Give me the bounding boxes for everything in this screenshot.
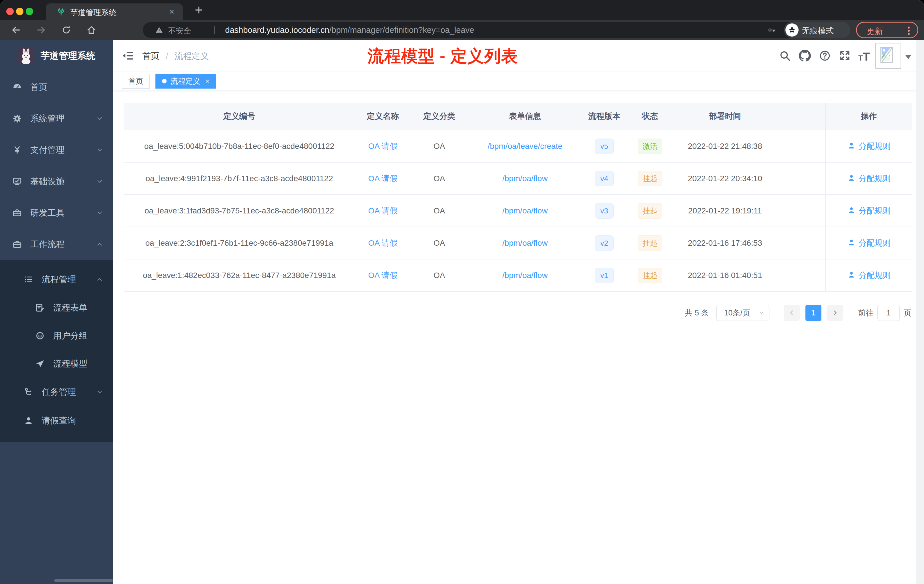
url-text[interactable]: dashboard.yudao.iocoder.cn/bpm/manager/d… (225, 25, 474, 35)
toolbox-icon (12, 208, 22, 218)
sidebar-item-label: 任务管理 (42, 386, 76, 398)
tab-close-icon[interactable]: × (169, 7, 174, 16)
assign-rule-button[interactable]: 分配规则 (847, 239, 891, 247)
status-badge: 挂起 (638, 268, 662, 283)
col-form-info: 表单信息 (467, 103, 583, 130)
forward-icon[interactable] (36, 25, 46, 35)
sidebar-item-process-model[interactable]: 流程模型 (0, 350, 113, 378)
next-page-button[interactable] (827, 305, 843, 321)
app-title: 芋道管理系统 (41, 50, 96, 62)
sidebar-logo-row[interactable]: 芋道管理系统 (0, 40, 113, 71)
version-badge[interactable]: v5 (595, 139, 614, 154)
sidebar-item-home[interactable]: 首页 (0, 71, 113, 103)
definition-name-link[interactable]: OA 请假 (368, 174, 398, 183)
window-minimize-button[interactable] (16, 8, 23, 15)
assign-rule-button[interactable]: 分配规则 (847, 142, 891, 150)
help-icon[interactable] (819, 50, 831, 62)
version-badge[interactable]: v4 (595, 171, 614, 186)
yen-icon (12, 145, 22, 155)
not-secure-warning-icon[interactable] (155, 26, 163, 34)
sidebar-scrollbar[interactable] (54, 579, 113, 582)
url-bar[interactable]: 不安全 | dashboard.yudao.iocoder.cn/bpm/man… (143, 22, 812, 38)
home-icon[interactable] (86, 25, 97, 35)
page-number-current[interactable]: 1 (805, 305, 822, 321)
tab-title: 芋道管理系统 (70, 7, 117, 18)
definition-name-link[interactable]: OA 请假 (368, 206, 398, 215)
page-size-select[interactable]: 10条/页 (716, 305, 769, 321)
form-link[interactable]: /bpm/oa/flow (502, 174, 548, 183)
cell-spacer (776, 259, 826, 292)
cell-category: OA (411, 195, 467, 227)
tag-process-definition[interactable]: 流程定义 × (155, 74, 216, 89)
cell-category: OA (411, 130, 467, 162)
browser-menu-icon[interactable] (908, 25, 910, 36)
sidebar-item-process-form[interactable]: 流程表单 (0, 294, 113, 322)
form-link[interactable]: /bpm/oa/flow (502, 239, 548, 247)
sidebar-item-workflow[interactable]: 工作流程 (0, 229, 113, 260)
definition-name-link[interactable]: OA 请假 (368, 142, 398, 150)
col-definition-category: 定义分类 (411, 103, 467, 130)
prev-page-button[interactable] (784, 305, 800, 321)
sidebar-item-infrastructure[interactable]: 基础设施 (0, 166, 113, 197)
breadcrumb-home[interactable]: 首页 (142, 51, 159, 61)
chevron-left-icon (788, 309, 795, 316)
form-link[interactable]: /bpm/oa/leave/create (488, 142, 563, 150)
password-key-icon[interactable] (767, 26, 776, 34)
sidebar-item-user-group[interactable]: 用户分组 (0, 322, 113, 350)
assign-rule-button[interactable]: 分配规则 (847, 174, 891, 183)
main-area: 首页 / 流程定义 (113, 40, 924, 584)
form-link[interactable]: /bpm/oa/flow (502, 206, 548, 215)
sidebar-item-label: 流程管理 (42, 274, 76, 285)
goto-page-input[interactable] (878, 305, 900, 321)
branch-icon (23, 387, 34, 397)
browser-tab[interactable]: 芋道管理系统 × (46, 3, 183, 20)
tag-close-icon[interactable]: × (205, 77, 210, 85)
chevron-up-icon (96, 276, 104, 283)
form-link[interactable]: /bpm/oa/flow (502, 271, 548, 280)
cell-spacer (776, 227, 826, 259)
table-header-row: 定义编号 定义名称 定义分类 表单信息 流程版本 状态 部署时间 操作 (124, 103, 912, 130)
sidebar-menu: 首页 (0, 71, 113, 442)
cell-category: OA (411, 259, 467, 292)
new-tab-button[interactable] (193, 4, 205, 16)
breadcrumb-separator: / (166, 51, 168, 61)
avatar-caret-icon[interactable] (905, 55, 911, 59)
col-deploy-time: 部署时间 (674, 103, 776, 130)
assign-rule-button[interactable]: 分配规则 (847, 271, 891, 280)
tag-home[interactable]: 首页 (122, 74, 150, 89)
sidebar-item-dev-tools[interactable]: 研发工具 (0, 197, 113, 229)
cell-category: OA (411, 162, 467, 195)
definition-name-link[interactable]: OA 请假 (368, 239, 398, 247)
browser-update-button[interactable]: 更新 (856, 22, 918, 38)
page-scrollbar[interactable] (916, 40, 924, 584)
sidebar-item-process-manage[interactable]: 流程管理 (0, 265, 113, 294)
cell-definition-id: oa_leave:4:991f2193-7b7f-11ec-a3c8-acde4… (124, 162, 354, 195)
definition-name-link[interactable]: OA 请假 (368, 271, 398, 280)
site-favicon (56, 7, 66, 16)
incognito-badge: 无痕模式 (784, 22, 850, 38)
github-icon[interactable] (799, 50, 811, 62)
search-icon[interactable] (779, 50, 791, 62)
version-badge[interactable]: v2 (595, 236, 614, 251)
version-badge[interactable]: v3 (595, 203, 614, 219)
cell-deploy-time: 2022-01-16 17:46:53 (674, 227, 776, 259)
sidebar-collapse-icon[interactable] (122, 49, 134, 62)
version-badge[interactable]: v1 (595, 268, 614, 283)
reload-icon[interactable] (61, 25, 71, 35)
assign-rule-button[interactable]: 分配规则 (847, 206, 891, 215)
sidebar-item-system[interactable]: 系统管理 (0, 103, 113, 134)
back-icon[interactable] (11, 25, 21, 35)
font-size-icon[interactable]: TT (858, 50, 870, 63)
cell-spacer (776, 130, 826, 162)
window-close-button[interactable] (6, 8, 14, 15)
dashboard-icon (12, 82, 22, 92)
fullscreen-icon[interactable] (839, 50, 851, 62)
sidebar-item-task-manage[interactable]: 任务管理 (0, 378, 113, 406)
incognito-icon (785, 23, 799, 36)
sidebar-item-payment[interactable]: 支付管理 (0, 134, 113, 166)
incognito-label: 无痕模式 (802, 25, 834, 36)
sidebar-item-leave-query[interactable]: 请假查询 (0, 406, 113, 435)
app-logo (18, 48, 34, 64)
avatar[interactable] (875, 43, 901, 69)
window-zoom-button[interactable] (26, 8, 33, 15)
